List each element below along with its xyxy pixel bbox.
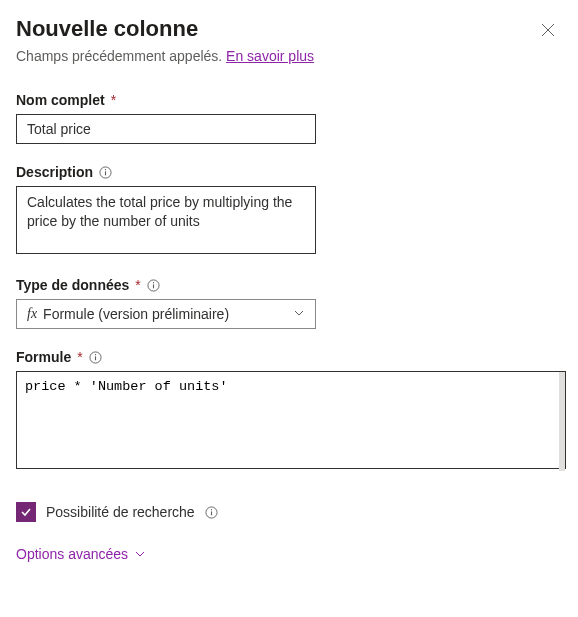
data-type-value: Formule (version préliminaire)	[43, 306, 229, 322]
searchable-checkbox[interactable]	[16, 502, 36, 522]
svg-rect-5	[153, 284, 154, 288]
check-icon	[19, 505, 33, 519]
panel-header: Nouvelle colonne	[16, 16, 562, 44]
field-formula: Formule *	[16, 349, 562, 472]
chevron-down-icon	[293, 306, 305, 322]
info-icon[interactable]	[147, 279, 160, 292]
advanced-options-label: Options avancées	[16, 546, 128, 562]
info-icon[interactable]	[205, 506, 218, 519]
required-marker: *	[111, 92, 116, 108]
display-name-input[interactable]	[16, 114, 316, 144]
panel-subtitle: Champs précédemment appelés. En savoir p…	[16, 48, 562, 64]
description-input[interactable]	[16, 186, 316, 254]
chevron-down-icon	[134, 548, 146, 560]
required-marker: *	[77, 349, 82, 365]
svg-rect-11	[211, 511, 212, 515]
subtitle-text: Champs précédemment appelés.	[16, 48, 226, 64]
display-name-label: Nom complet	[16, 92, 105, 108]
advanced-options-toggle[interactable]: Options avancées	[16, 546, 146, 562]
info-icon[interactable]	[99, 166, 112, 179]
svg-rect-8	[95, 356, 96, 360]
info-icon[interactable]	[89, 351, 102, 364]
close-icon	[541, 23, 555, 37]
searchable-label: Possibilité de recherche	[46, 504, 195, 520]
searchable-row: Possibilité de recherche	[16, 502, 562, 522]
svg-point-4	[153, 282, 154, 283]
formula-label: Formule	[16, 349, 71, 365]
svg-point-7	[95, 354, 96, 355]
fx-icon: fx	[27, 306, 37, 322]
field-description: Description	[16, 164, 562, 257]
svg-point-10	[210, 509, 211, 510]
required-marker: *	[135, 277, 140, 293]
svg-point-1	[105, 169, 106, 170]
scrollbar[interactable]	[559, 372, 565, 471]
data-type-label: Type de données	[16, 277, 129, 293]
description-label: Description	[16, 164, 93, 180]
field-display-name: Nom complet *	[16, 92, 562, 144]
svg-rect-2	[105, 171, 106, 175]
field-data-type: Type de données * fx Formule (version pr…	[16, 277, 562, 329]
data-type-select[interactable]: fx Formule (version préliminaire)	[16, 299, 316, 329]
panel-title: Nouvelle colonne	[16, 16, 198, 42]
learn-more-link[interactable]: En savoir plus	[226, 48, 314, 64]
formula-input[interactable]	[16, 371, 566, 469]
close-button[interactable]	[534, 16, 562, 44]
